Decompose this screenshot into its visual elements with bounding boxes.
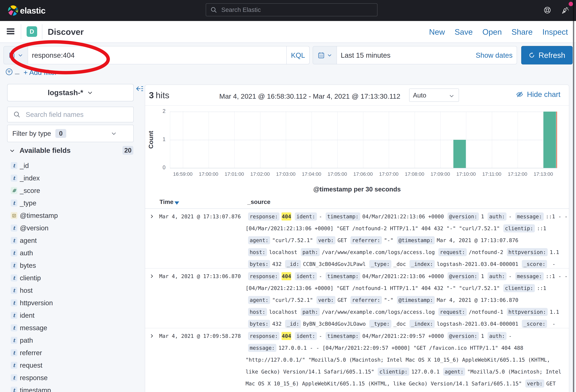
nav-action-open[interactable]: Open xyxy=(483,27,502,36)
column-header-time[interactable]: Time xyxy=(160,198,173,205)
field-type-string-icon: t xyxy=(11,199,17,207)
discover-app-icon[interactable]: D xyxy=(27,26,37,37)
field-item-referrer[interactable]: treferrer xyxy=(11,348,42,357)
time-range-value[interactable]: Last 15 minutes xyxy=(337,46,476,64)
scrollbar-thumb[interactable] xyxy=(573,0,574,392)
source-line: message:127.0.0.1 - - [04/Mar/2021:22:09… xyxy=(246,342,523,354)
x-tick-label: 17:11:00 xyxy=(479,171,505,177)
field-item-response[interactable]: tresponse xyxy=(11,373,48,382)
field-item-message[interactable]: tmessage xyxy=(11,323,47,332)
field-badge: @timestamp: xyxy=(397,296,435,304)
collapse-sidebar-icon[interactable] xyxy=(136,85,143,92)
field-badge: path: xyxy=(301,308,320,316)
hide-chart-button[interactable]: Hide chart xyxy=(516,90,560,99)
filter-bar: + Add filter xyxy=(0,66,576,78)
hide-chart-label: Hide chart xyxy=(527,90,560,99)
nav-actions: NewSaveOpenShareInspect xyxy=(429,21,568,43)
field-badge: message: xyxy=(248,344,276,352)
search-icon xyxy=(13,111,21,118)
field-name: referrer xyxy=(20,349,42,357)
field-name: response xyxy=(20,374,48,382)
saved-query-menu-button[interactable] xyxy=(4,46,28,64)
field-badge: httpversion: xyxy=(507,308,548,316)
date-quick-select-button[interactable] xyxy=(313,46,337,64)
field-badge: httpversion: xyxy=(507,248,548,256)
field-item-@version[interactable]: t@version xyxy=(11,224,49,232)
field-item-auth[interactable]: tauth xyxy=(11,249,33,257)
field-item-bytes[interactable]: tbytes xyxy=(11,261,36,270)
global-search-placeholder: Search Elastic xyxy=(221,6,261,13)
eye-closed-icon xyxy=(516,91,523,98)
histogram-bar[interactable] xyxy=(543,112,556,168)
column-header-source[interactable]: _source xyxy=(247,198,270,205)
nav-action-new[interactable]: New xyxy=(429,27,445,36)
field-value: "Mozilla/5.0 (Macintosh; Intel xyxy=(467,369,561,375)
x-axis-title: @timestamp per 30 seconds xyxy=(145,186,569,193)
filter-by-type-select[interactable]: Filter by type 0 xyxy=(7,125,134,142)
field-value: localhost xyxy=(269,249,297,255)
index-pattern-select[interactable]: logstash-* xyxy=(7,84,134,101)
field-value: /notfound-2 xyxy=(469,249,503,255)
histogram-bar[interactable] xyxy=(453,140,466,168)
elastic-logo-icon[interactable] xyxy=(6,4,20,17)
field-item-request[interactable]: trequest xyxy=(11,361,42,370)
field-badge: request: xyxy=(438,308,467,316)
field-type-string-icon: t xyxy=(11,362,17,369)
source-line: [04/Mar/2021:22:13:06 +0000] "GET /notfo… xyxy=(246,223,546,234)
nav-action-inspect[interactable]: Inspect xyxy=(542,27,568,36)
field-value: - xyxy=(319,333,322,339)
expand-row-icon[interactable] xyxy=(149,214,154,219)
field-value: Mac OS X 10_15_6) AppleWebKit/605.1.15 (… xyxy=(246,381,522,387)
nav-action-save[interactable]: Save xyxy=(455,27,473,36)
field-item-timestamp[interactable]: ttimestamp xyxy=(11,386,51,392)
query-language-button[interactable]: KQL xyxy=(286,46,309,64)
nav-action-share[interactable]: Share xyxy=(512,27,533,36)
field-item-httpversion[interactable]: thttpversion xyxy=(11,299,53,307)
field-item-ident[interactable]: tident xyxy=(11,311,34,320)
sort-desc-icon[interactable] xyxy=(174,201,179,205)
field-value: 1 xyxy=(481,214,484,220)
add-filter-button[interactable]: + Add filter xyxy=(24,68,57,77)
field-badge: clientip: xyxy=(503,224,535,232)
histogram-chart[interactable]: 16:59:0017:00:0017:01:0017:02:0017:03:00… xyxy=(145,106,569,194)
field-item-host[interactable]: thost xyxy=(11,286,33,295)
field-item-_type[interactable]: t_type xyxy=(11,199,36,207)
field-badge: response: xyxy=(248,272,280,280)
field-item-_score[interactable]: #_score xyxy=(11,186,40,195)
field-search-input[interactable]: Search field names xyxy=(7,107,134,122)
field-value: - xyxy=(509,273,512,279)
field-value: ByBN_3cB04dGovJLOawo xyxy=(303,321,366,327)
expand-row-icon[interactable] xyxy=(149,333,154,338)
field-value: CCBN_3cB04dGovJLPawl xyxy=(303,261,366,267)
field-badge: timestamp: xyxy=(326,212,360,221)
refresh-button[interactable]: Refresh xyxy=(521,46,573,64)
field-item-_id[interactable]: t_id xyxy=(11,161,29,170)
available-fields-header[interactable]: Available fields 20 xyxy=(7,146,134,155)
expand-row-icon[interactable] xyxy=(149,274,154,279)
global-search-input[interactable]: Search Elastic xyxy=(206,3,377,16)
field-value: - xyxy=(549,261,555,267)
field-value: ::1 - - xyxy=(546,273,568,279)
interval-value: Auto xyxy=(413,92,426,99)
field-item-agent[interactable]: tagent xyxy=(11,236,37,245)
index-pattern-label: logstash-* xyxy=(48,88,83,97)
menu-icon[interactable] xyxy=(7,28,14,34)
filter-by-type-count-badge: 0 xyxy=(55,129,66,138)
y-tick-label: 1 xyxy=(157,136,166,142)
filter-options-icon[interactable] xyxy=(5,68,13,76)
field-badge: response: xyxy=(248,212,280,221)
field-item-_index[interactable]: t_index xyxy=(11,174,40,182)
show-dates-button[interactable]: Show dates xyxy=(476,46,517,64)
field-item-clientip[interactable]: tclientip xyxy=(11,274,41,282)
field-badge: auth: xyxy=(488,272,507,280)
field-badge: _id: xyxy=(285,260,301,268)
query-input[interactable]: response:404 xyxy=(28,46,286,64)
interval-select[interactable]: Auto xyxy=(409,88,459,102)
field-item-path[interactable]: tpath xyxy=(11,336,33,345)
field-item-@timestamp[interactable]: @timestamp xyxy=(11,211,58,220)
field-badge: _score: xyxy=(522,320,547,328)
newsfeed-icon[interactable] xyxy=(561,6,570,14)
field-value: "curl/7.52.1" xyxy=(272,237,313,243)
help-icon[interactable] xyxy=(543,6,552,14)
field-value: 127.0.0.1 - - [04/Mar/2021:22:09:57 +000… xyxy=(278,345,523,351)
